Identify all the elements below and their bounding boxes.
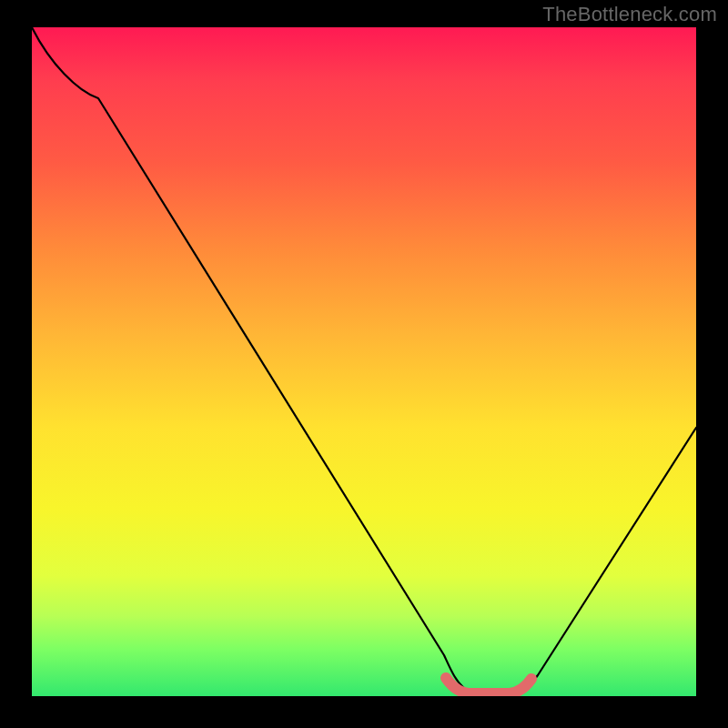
optimal-zone-marker <box>446 678 531 693</box>
watermark-text: TheBottleneck.com <box>542 3 717 26</box>
bottleneck-curve <box>32 27 696 695</box>
plot-area <box>32 27 696 696</box>
chart-frame: TheBottleneck.com <box>0 0 728 728</box>
curve-svg <box>32 27 696 696</box>
